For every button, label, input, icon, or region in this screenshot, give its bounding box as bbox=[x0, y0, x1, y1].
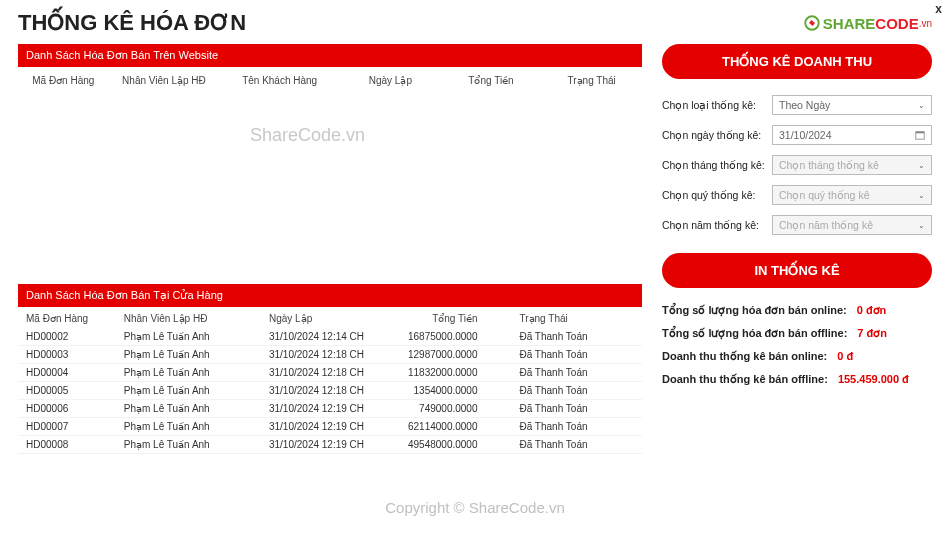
summary-offline-rev-label: Doanh thu thống kê bán offline: bbox=[662, 373, 828, 386]
summary-offline-count-value: 7 đơn bbox=[857, 327, 887, 340]
table-header: Tổng Tiền bbox=[402, 309, 518, 328]
offline-section-header: Danh Sách Hóa Đơn Bán Tại Cửa Hàng bbox=[18, 284, 642, 307]
filter-type-label: Chọn loại thống kê: bbox=[662, 99, 766, 111]
logo-icon bbox=[803, 14, 821, 32]
summary-online-count-label: Tổng số lượng hóa đơn bán online: bbox=[662, 304, 847, 317]
copyright-watermark: Copyright © ShareCode.vn bbox=[385, 499, 564, 516]
summary-offline-count-label: Tổng số lượng hóa đơn bán offline: bbox=[662, 327, 847, 340]
chevron-down-icon: ⌄ bbox=[918, 161, 925, 170]
filter-month-label: Chọn tháng thống kê: bbox=[662, 159, 766, 171]
table-row[interactable]: HD00005Phạm Lê Tuấn Anh31/10/2024 12:18 … bbox=[18, 382, 642, 400]
table-header: Ngày Lập bbox=[340, 69, 441, 92]
offline-orders-table: Mã Đơn HàngNhân Viên Lập HĐNgày LậpTổng … bbox=[18, 309, 642, 454]
table-header: Nhân Viên Lập HĐ bbox=[122, 309, 267, 328]
stats-button[interactable]: THỐNG KÊ DOANH THU bbox=[662, 44, 932, 79]
table-row[interactable]: HD00002Phạm Lê Tuấn Anh31/10/2024 12:14 … bbox=[18, 328, 642, 346]
table-header: Trạng Thái bbox=[517, 309, 642, 328]
close-button[interactable]: x bbox=[935, 2, 942, 16]
table-row[interactable]: HD00006Phạm Lê Tuấn Anh31/10/2024 12:19 … bbox=[18, 400, 642, 418]
filter-year-label: Chọn năm thống kê: bbox=[662, 219, 766, 231]
chevron-down-icon: ⌄ bbox=[918, 221, 925, 230]
table-header: Mã Đơn Hàng bbox=[18, 309, 122, 328]
filter-date-input[interactable]: 31/10/2024 bbox=[772, 125, 932, 145]
chevron-down-icon: ⌄ bbox=[918, 191, 925, 200]
filter-year-select[interactable]: Chọn năm thống kê⌄ bbox=[772, 215, 932, 235]
table-header: Trạng Thái bbox=[541, 69, 642, 92]
svg-rect-2 bbox=[916, 132, 924, 134]
table-header: Ngày Lập bbox=[267, 309, 402, 328]
summary-offline-rev-value: 155.459.000 đ bbox=[838, 373, 909, 385]
table-header: Tổng Tiền bbox=[441, 69, 542, 92]
filter-quarter-label: Chọn quý thống kê: bbox=[662, 189, 766, 201]
logo-text-1: SHARE bbox=[823, 15, 876, 32]
print-button[interactable]: IN THỐNG KÊ bbox=[662, 253, 932, 288]
logo-text-2: CODE bbox=[875, 15, 918, 32]
table-row[interactable]: HD00003Phạm Lê Tuấn Anh31/10/2024 12:18 … bbox=[18, 346, 642, 364]
table-header: Nhân Viên Lập HĐ bbox=[109, 69, 220, 92]
table-header: Mã Đơn Hàng bbox=[18, 69, 109, 92]
logo-text-3: .vn bbox=[919, 18, 932, 29]
table-row[interactable]: HD00004Phạm Lê Tuấn Anh31/10/2024 12:18 … bbox=[18, 364, 642, 382]
chevron-down-icon: ⌄ bbox=[918, 101, 925, 110]
summary-online-rev-value: 0 đ bbox=[837, 350, 853, 362]
filter-quarter-select[interactable]: Chọn quý thống kê⌄ bbox=[772, 185, 932, 205]
calendar-icon bbox=[915, 130, 925, 140]
logo: SHARECODE.vn bbox=[803, 14, 932, 32]
summary-online-count-value: 0 đơn bbox=[857, 304, 887, 317]
table-header: Tên Khách Hàng bbox=[219, 69, 340, 92]
summary-online-rev-label: Doanh thu thống kê bán online: bbox=[662, 350, 827, 363]
page-title: THỐNG KÊ HÓA ĐƠN bbox=[18, 10, 246, 36]
filter-type-select[interactable]: Theo Ngày⌄ bbox=[772, 95, 932, 115]
online-orders-table: Mã Đơn HàngNhân Viên Lập HĐTên Khách Hàn… bbox=[18, 69, 642, 272]
filter-date-label: Chọn ngày thống kê: bbox=[662, 129, 766, 141]
table-row[interactable]: HD00008Phạm Lê Tuấn Anh31/10/2024 12:19 … bbox=[18, 436, 642, 454]
table-row[interactable]: HD00007Phạm Lê Tuấn Anh31/10/2024 12:19 … bbox=[18, 418, 642, 436]
filter-month-select[interactable]: Chọn tháng thống kê⌄ bbox=[772, 155, 932, 175]
online-section-header: Danh Sách Hóa Đơn Bán Trên Website bbox=[18, 44, 642, 67]
